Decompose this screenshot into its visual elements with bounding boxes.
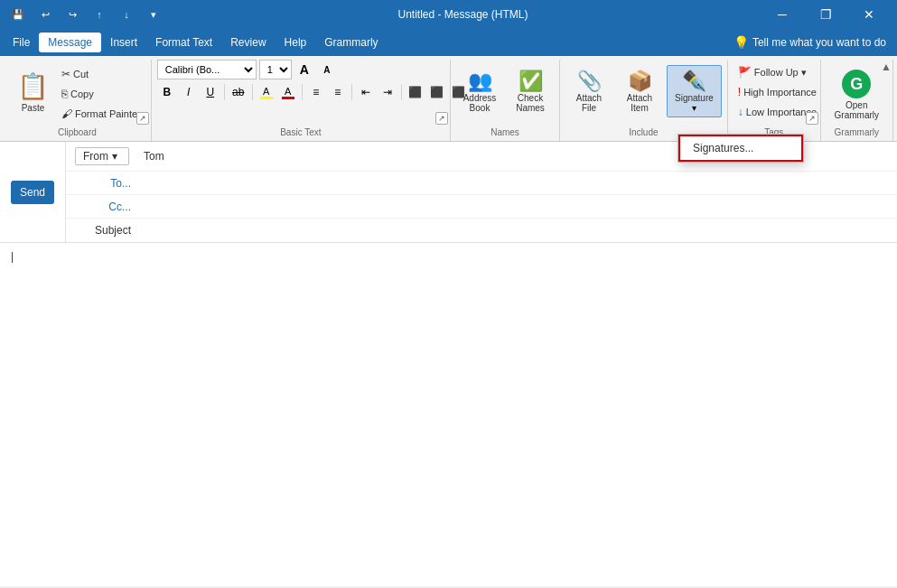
follow-up-button[interactable]: 🚩 Follow Up ▾ — [733, 63, 811, 81]
signature-icon: ✒️ — [682, 70, 706, 93]
cursor — [11, 250, 14, 263]
menu-message[interactable]: Message — [39, 33, 101, 52]
attach-item-label: AttachItem — [627, 93, 652, 113]
upload-qat-button[interactable]: ↑ — [89, 4, 110, 25]
subject-row: Subject — [66, 219, 897, 242]
attach-file-button[interactable]: 📎 AttachFile — [565, 65, 612, 117]
format-painter-icon: 🖌 — [61, 107, 72, 120]
subject-input[interactable] — [138, 220, 897, 240]
paste-icon: 📋 — [17, 71, 49, 101]
numbering-button[interactable]: ≡ — [328, 82, 348, 102]
follow-up-arrow: ▾ — [801, 67, 807, 79]
basic-text-label: Basic Text — [152, 126, 450, 139]
attach-item-icon: 📦 — [628, 70, 652, 93]
font-color-swatch — [282, 97, 294, 99]
clipboard-expand-button[interactable]: ↗ — [136, 112, 149, 125]
save-qat-button[interactable]: 💾 — [7, 4, 29, 25]
high-importance-icon: ! — [738, 86, 741, 98]
lightbulb-icon: 💡 — [733, 35, 749, 50]
font-color-letter: A — [285, 86, 291, 97]
font-name-select[interactable]: Calibri (Bo... — [157, 60, 257, 79]
basic-text-expand-button[interactable]: ↗ — [435, 112, 448, 125]
signature-dropdown-arrow: ▾ — [692, 103, 696, 113]
attach-item-button[interactable]: 📦 AttachItem — [616, 65, 663, 117]
highlight-swatch — [260, 97, 273, 99]
to-row: To... — [66, 172, 897, 195]
format-painter-label: Format Painter — [75, 108, 141, 119]
cut-button[interactable]: ✂ Cut — [57, 65, 145, 83]
send-button[interactable]: Send — [11, 181, 54, 204]
menu-help[interactable]: Help — [276, 33, 316, 52]
paste-button[interactable]: 📋 Paste — [9, 60, 57, 125]
strikethrough-button[interactable]: ab — [229, 82, 248, 102]
highlight-color-button[interactable]: A — [257, 82, 276, 102]
to-input[interactable] — [138, 173, 897, 193]
bullets-button[interactable]: ≡ — [306, 82, 326, 102]
title-bar: 💾 ↩ ↪ ↑ ↓ ▾ Untitled - Message (HTML) ─ … — [0, 0, 897, 29]
menu-format-text[interactable]: Format Text — [146, 33, 221, 52]
compose-area: Send From ▾ Tom To... — [0, 142, 897, 586]
minimize-button[interactable]: ─ — [762, 0, 803, 29]
tags-group: 🚩 Follow Up ▾ ! High Importance ↓ Low Im… — [728, 60, 821, 141]
tell-me-label: Tell me what you want to do — [752, 36, 886, 49]
copy-button[interactable]: ⎘ Copy — [57, 85, 145, 103]
undo-qat-button[interactable]: ↩ — [34, 4, 56, 25]
signature-label: Signature — [675, 93, 714, 103]
font-size-select[interactable]: 11 — [259, 60, 292, 79]
address-book-icon: 👥 — [468, 70, 492, 93]
email-body[interactable] — [0, 243, 897, 586]
restore-button[interactable]: ❐ — [805, 0, 846, 29]
download-qat-button[interactable]: ↓ — [116, 4, 137, 25]
close-button[interactable]: ✕ — [848, 0, 890, 29]
italic-button[interactable]: I — [179, 82, 199, 102]
bold-button[interactable]: B — [157, 82, 177, 102]
check-names-button[interactable]: ✅ CheckNames — [507, 65, 554, 117]
check-names-icon: ✅ — [519, 70, 543, 93]
cc-input[interactable] — [138, 197, 897, 217]
menu-review[interactable]: Review — [221, 33, 275, 52]
tags-expand-button[interactable]: ↗ — [806, 112, 818, 125]
font-shrink-button[interactable]: A — [317, 60, 337, 79]
font-grow-button[interactable]: A — [294, 60, 314, 79]
from-dropdown[interactable]: From ▾ — [75, 147, 129, 165]
attach-file-label: AttachFile — [576, 93, 602, 113]
clipboard-label: Clipboard — [4, 126, 151, 139]
cc-label-btn[interactable]: Cc... — [66, 197, 138, 217]
align-left-button[interactable]: ⬛ — [406, 82, 425, 102]
underline-button[interactable]: U — [201, 82, 220, 102]
signature-dropdown: Signatures... — [677, 134, 804, 163]
names-label: Names — [451, 126, 559, 139]
font-color-button[interactable]: A — [278, 82, 298, 102]
grammarly-label: OpenGrammarly — [835, 100, 879, 120]
increase-indent-button[interactable]: ⇥ — [378, 82, 397, 102]
from-arrow-icon: ▾ — [112, 150, 117, 163]
open-grammarly-button[interactable]: G OpenGrammarly — [827, 65, 887, 125]
include-group: 📎 AttachFile 📦 AttachItem ✒️ Signature ▾… — [560, 60, 728, 141]
grammarly-group-label: Grammarly — [821, 126, 892, 139]
menu-grammarly[interactable]: Grammarly — [315, 33, 387, 52]
signature-button[interactable]: ✒️ Signature ▾ — [667, 65, 722, 117]
scissors-icon: ✂ — [61, 68, 70, 80]
send-button-wrap: Send — [0, 142, 66, 242]
follow-up-icon: 🚩 — [738, 66, 752, 79]
more-qat-button[interactable]: ▾ — [143, 4, 164, 25]
align-center-button[interactable]: ⬛ — [427, 82, 447, 102]
address-book-button[interactable]: 👥 AddressBook — [456, 65, 503, 117]
format-painter-button[interactable]: 🖌 Format Painter — [57, 105, 145, 123]
menu-insert[interactable]: Insert — [101, 33, 146, 52]
copy-icon: ⎘ — [61, 88, 68, 100]
decrease-indent-button[interactable]: ⇤ — [356, 82, 376, 102]
signatures-menu-item[interactable]: Signatures... — [678, 135, 803, 162]
high-importance-button[interactable]: ! High Importance — [733, 83, 821, 101]
attach-file-icon: 📎 — [577, 70, 602, 93]
cc-row: Cc... — [66, 195, 897, 219]
low-importance-icon: ↓ — [738, 106, 743, 118]
window-title: Untitled - Message (HTML) — [164, 8, 762, 21]
redo-qat-button[interactable]: ↪ — [61, 4, 83, 25]
copy-label: Copy — [70, 89, 94, 99]
ribbon-collapse-button[interactable]: ▲ — [879, 60, 893, 74]
high-importance-label: High Importance — [743, 87, 817, 98]
tell-me-bar[interactable]: 💡 Tell me what you want to do — [726, 32, 893, 53]
to-label-btn[interactable]: To... — [66, 173, 138, 193]
menu-file[interactable]: File — [4, 33, 39, 52]
